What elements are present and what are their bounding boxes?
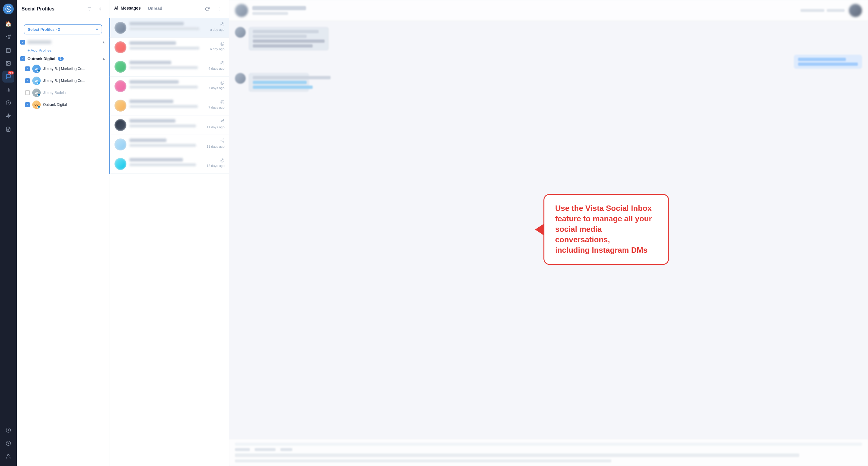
- msg-meta-2: @ a day ago: [210, 41, 224, 51]
- msg-avatar-4: [115, 80, 126, 92]
- sidebar-header-icons: [85, 5, 104, 13]
- msg-content-2: [129, 41, 207, 50]
- message-item-7[interactable]: 11 days ago: [110, 135, 229, 154]
- tooltip-container: Use the Vista Social Inboxfeature to man…: [535, 194, 669, 265]
- share-icon-7: [220, 139, 224, 144]
- nav-item-home[interactable]: 🏠: [2, 18, 14, 30]
- msg-time-2: a day ago: [210, 47, 224, 51]
- mention-icon-8: @: [220, 158, 224, 163]
- message-item-8[interactable]: @ 12 days ago: [110, 154, 229, 174]
- outrank-checkbox[interactable]: ✓: [25, 102, 30, 107]
- msg-avatar-1: [115, 22, 126, 34]
- msg-name-blur-6: [129, 119, 176, 123]
- msg-avatar-7: [115, 139, 126, 150]
- svg-point-28: [219, 10, 219, 11]
- msg-time-6: 11 days ago: [207, 125, 224, 129]
- nav-item-monitor[interactable]: [2, 97, 14, 109]
- message-list-panel: All Messages Unread: [110, 0, 229, 466]
- msg-text-blur-2: [129, 47, 199, 50]
- svg-line-37: [222, 141, 223, 142]
- outrank-group-name: Outrank Digital: [28, 57, 55, 61]
- msg-text-blur-4: [129, 86, 198, 89]
- message-item-1[interactable]: @ a day ago: [110, 18, 229, 38]
- svg-point-34: [223, 139, 224, 140]
- msg-text-blur-1: [129, 27, 199, 30]
- mention-icon-4: @: [220, 80, 224, 85]
- msg-name-blur-7: [129, 139, 166, 142]
- nav-item-inbox[interactable]: +99: [2, 70, 14, 83]
- jr3-name: Jimmy Rodela: [43, 91, 66, 95]
- profile-item-jr2[interactable]: ✓ JR 𝕏 Jimmy R. | Marketing Co...: [20, 75, 105, 87]
- blurred-checkbox[interactable]: ✓: [20, 40, 25, 45]
- message-item-4[interactable]: @ 7 days ago: [110, 77, 229, 96]
- profile-item-jr1[interactable]: ✓ JR in Jimmy R. | Marketing Co...: [20, 63, 105, 75]
- left-navigation: 🏠 31 +99: [0, 0, 17, 466]
- msg-meta-7: 11 days ago: [207, 139, 224, 148]
- refresh-icon[interactable]: [203, 4, 212, 14]
- nav-item-send[interactable]: [2, 31, 14, 43]
- main-content: Use the Vista Social Inboxfeature to man…: [229, 0, 868, 466]
- nav-item-analytics[interactable]: [2, 84, 14, 96]
- msg-content-4: [129, 80, 205, 89]
- app-logo[interactable]: [3, 4, 14, 14]
- msg-meta-5: @ 7 days ago: [208, 99, 224, 109]
- msg-meta-6: 11 days ago: [207, 119, 224, 129]
- svg-point-35: [221, 140, 222, 141]
- message-item-5[interactable]: @ 7 days ago: [110, 96, 229, 115]
- msg-time-4: 7 days ago: [208, 86, 224, 90]
- profile-item-outrank[interactable]: ✓ OD in Outrank Digital: [20, 99, 105, 111]
- msg-meta-4: @ 7 days ago: [208, 80, 224, 90]
- msg-text-blur-8: [129, 163, 196, 166]
- msg-meta-8: @ 12 days ago: [207, 158, 224, 168]
- mention-icon-3: @: [220, 61, 224, 65]
- msg-avatar-6: [115, 119, 126, 131]
- msg-text-blur-3: [129, 66, 198, 69]
- messages-scroll[interactable]: @ a day ago @ a day ago: [110, 18, 229, 466]
- mention-icon-5: @: [220, 99, 224, 105]
- msg-content-8: [129, 158, 204, 166]
- outrank-chevron-icon[interactable]: ▲: [102, 57, 105, 61]
- message-item-6[interactable]: 11 days ago: [110, 115, 229, 135]
- nav-item-help[interactable]: [2, 437, 14, 449]
- jr2-checkbox[interactable]: ✓: [25, 78, 30, 83]
- tooltip-box: Use the Vista Social Inboxfeature to man…: [544, 194, 669, 265]
- svg-marker-14: [6, 114, 10, 118]
- nav-item-add[interactable]: [2, 424, 14, 436]
- inbox-badge: +99: [8, 71, 14, 75]
- tooltip-arrow: [535, 224, 544, 235]
- msg-avatar-5: [115, 99, 126, 112]
- jr3-avatar: JR in: [32, 89, 41, 97]
- add-profiles-button[interactable]: + Add Profiles: [20, 46, 105, 54]
- nav-item-boost[interactable]: [2, 110, 14, 122]
- more-options-icon[interactable]: [214, 4, 224, 14]
- svg-point-29: [223, 119, 224, 120]
- nav-item-profile[interactable]: [2, 450, 14, 462]
- message-item-3[interactable]: @ 4 days ago: [110, 57, 229, 77]
- nav-item-calendar[interactable]: 31: [2, 44, 14, 56]
- chevron-up-icon[interactable]: ▲: [102, 40, 105, 44]
- msg-name-blur-1: [129, 22, 184, 25]
- outrank-digital-group: ✓ Outrank Digital 3 ▲: [20, 54, 105, 63]
- outrank-group-checkbox[interactable]: ✓: [20, 56, 25, 61]
- twitter-badge: 𝕏: [37, 82, 41, 85]
- msg-name-blur-5: [129, 99, 173, 103]
- msg-text-blur-7: [129, 144, 196, 147]
- nav-item-gallery[interactable]: [2, 57, 14, 69]
- message-item-2[interactable]: @ a day ago: [110, 38, 229, 57]
- tab-unread[interactable]: Unread: [148, 6, 162, 12]
- share-icon-6: [220, 119, 224, 124]
- profiles-dropdown[interactable]: Select Profiles · 3 ▾: [24, 24, 102, 34]
- jr3-checkbox[interactable]: [25, 90, 30, 95]
- msg-time-7: 11 days ago: [207, 145, 224, 148]
- tab-all-messages[interactable]: All Messages: [114, 6, 141, 12]
- collapse-sidebar-icon[interactable]: [96, 5, 104, 13]
- svg-point-26: [219, 7, 219, 8]
- profile-item-jr3[interactable]: JR in Jimmy Rodela: [20, 87, 105, 99]
- msg-time-3: 4 days ago: [208, 67, 224, 70]
- mention-icon-2: @: [220, 41, 224, 46]
- add-profiles-label: + Add Profiles: [28, 48, 52, 53]
- nav-item-reports[interactable]: [2, 123, 14, 135]
- jr1-checkbox[interactable]: ✓: [25, 66, 30, 71]
- filter-icon[interactable]: [85, 5, 94, 13]
- outrank-count-badge: 3: [58, 57, 64, 61]
